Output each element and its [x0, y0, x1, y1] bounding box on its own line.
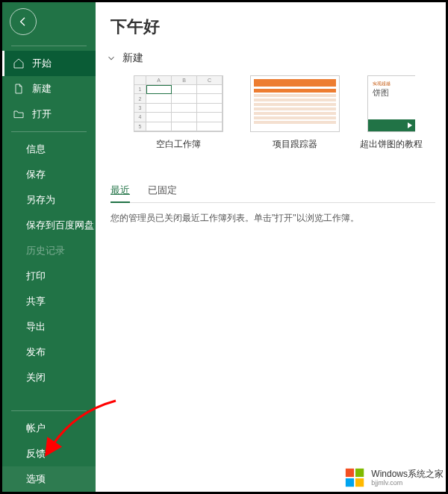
template-thumb-tracker	[250, 75, 340, 132]
home-icon	[13, 57, 25, 69]
sidebar-item-account[interactable]: 帐户	[2, 416, 96, 441]
tab-recent[interactable]: 最近	[111, 181, 130, 203]
page-title: 下午好	[111, 16, 435, 38]
chevron-down-icon	[106, 53, 116, 63]
svg-rect-0	[346, 469, 354, 477]
windows-logo-icon	[344, 467, 367, 490]
sidebar-item-options[interactable]: 选项	[2, 466, 96, 492]
sidebar-item-saveas[interactable]: 另存为	[2, 187, 96, 213]
sidebar-item-close[interactable]: 关闭	[2, 365, 96, 390]
sidebar-item-open[interactable]: 打开	[2, 101, 96, 127]
sidebar-item-home[interactable]: 开始	[2, 51, 96, 76]
sidebar-new-label: 新建	[32, 82, 52, 96]
template-label: 项目跟踪器	[273, 138, 317, 151]
backstage-sidebar: 开始 新建 打开 信息 保存 另存为 保存到百度网盘 历史记录 打印 共享 导出…	[2, 2, 96, 492]
recent-tabs: 最近 已固定	[111, 181, 435, 203]
backstage-content: 下午好 新建 ABC 1 2 3 4 5 空白工作簿	[96, 2, 446, 492]
sidebar-item-export[interactable]: 导出	[2, 314, 96, 340]
svg-rect-1	[355, 469, 364, 477]
sidebar-item-publish[interactable]: 发布	[2, 340, 96, 365]
watermark-title: Windows系统之家	[371, 469, 444, 479]
template-blank-workbook[interactable]: ABC 1 2 3 4 5 空白工作簿	[127, 75, 230, 151]
tab-pinned[interactable]: 已固定	[148, 181, 177, 202]
template-thumb-pie: 实现超越 饼图	[367, 75, 415, 132]
sidebar-item-new[interactable]: 新建	[2, 76, 96, 101]
document-icon	[13, 83, 25, 95]
folder-icon	[13, 108, 25, 120]
watermark: Windows系统之家 bjjmlv.com	[344, 467, 444, 490]
sidebar-item-share[interactable]: 共享	[2, 289, 96, 314]
new-section-label: 新建	[122, 51, 143, 65]
template-label: 超出饼图的教程	[360, 138, 423, 151]
template-project-tracker[interactable]: 项目跟踪器	[243, 75, 346, 151]
sidebar-item-save-baidu[interactable]: 保存到百度网盘	[2, 213, 96, 238]
back-button[interactable]	[10, 8, 37, 35]
sidebar-open-label: 打开	[32, 107, 52, 121]
new-section-header[interactable]: 新建	[106, 51, 435, 65]
sidebar-item-save[interactable]: 保存	[2, 162, 96, 187]
template-thumb-blank: ABC 1 2 3 4 5	[134, 75, 223, 132]
svg-rect-2	[346, 478, 354, 487]
template-pie-tutorial[interactable]: 实现超越 饼图 超出饼图的教程	[360, 75, 423, 151]
sidebar-item-feedback[interactable]: 反馈	[2, 441, 96, 466]
sidebar-item-history: 历史记录	[2, 238, 96, 263]
sidebar-item-print[interactable]: 打印	[2, 263, 96, 289]
sidebar-home-label: 开始	[32, 57, 52, 70]
sidebar-item-info[interactable]: 信息	[2, 137, 96, 162]
template-gallery: ABC 1 2 3 4 5 空白工作簿	[127, 75, 435, 151]
template-label: 空白工作簿	[156, 138, 201, 151]
watermark-sub: bjjmlv.com	[371, 480, 444, 487]
recent-disabled-message: 您的管理员已关闭最近工作簿列表。单击"打开"以浏览工作簿。	[111, 212, 435, 225]
svg-rect-3	[355, 478, 364, 487]
